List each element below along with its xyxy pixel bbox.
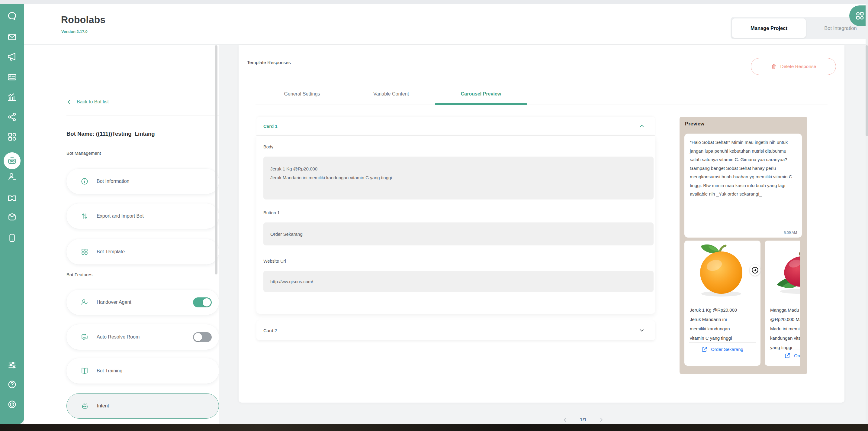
app-version: Version 2.17.0: [61, 29, 88, 34]
preview-message-bubble: *Halo Sobat Sehat!* Mimin mau ingetin ni…: [684, 134, 802, 237]
page-prev-icon[interactable]: [562, 416, 568, 423]
robolabs-app: Robolabs Version 2.17.0 Manage Project B…: [0, 0, 868, 431]
analytics-icon[interactable]: [7, 92, 17, 103]
chat-resolve-icon: [80, 333, 89, 341]
help-icon[interactable]: [7, 379, 17, 390]
tab-variable-content[interactable]: Variable Content: [363, 87, 420, 101]
orange-fruit-image: [684, 240, 761, 298]
body-field-value[interactable]: Jeruk 1 Kg @Rp20.000 Jeruk Mandarin ini …: [264, 156, 654, 200]
agent-check-icon: [80, 298, 89, 307]
apps-grid-icon: [855, 10, 865, 21]
app-rail: [0, 4, 24, 424]
sidebar-item-intent[interactable]: Intent: [66, 393, 219, 419]
back-link-label: Back to Bot list: [77, 99, 109, 105]
contact-card-icon[interactable]: [7, 72, 17, 82]
qiscus-logo-icon[interactable]: [7, 11, 17, 21]
sidebar-item-bot-training[interactable]: Bot Training: [66, 358, 219, 383]
order-sekarang-link[interactable]: Order Sekarang: [684, 346, 761, 352]
settings-sliders-icon[interactable]: [7, 360, 17, 370]
trash-icon: [771, 63, 777, 69]
import-export-icon: [80, 212, 89, 220]
mobile-icon[interactable]: [7, 233, 17, 243]
auto-resolve-toggle[interactable]: [193, 332, 212, 342]
page-scrollbar-thumb[interactable]: [866, 45, 868, 136]
active-tab-indicator: [435, 103, 527, 105]
website-url-field-value[interactable]: http://ww.qiscus.com/: [264, 271, 654, 292]
desktop-edge-strip: [0, 424, 868, 431]
carousel-next-button[interactable]: [750, 265, 761, 276]
sidebar-scrollbar[interactable]: [215, 45, 217, 275]
arrow-right-circle-icon: [751, 266, 759, 274]
bot-name-title: Bot Name: ((111))Testing_Lintang: [66, 131, 155, 137]
website-url-field-label: Website Url: [264, 259, 286, 263]
sidebar-item-label: Bot Template: [97, 249, 125, 255]
info-icon: [80, 177, 89, 185]
tabs-baseline: [255, 105, 828, 105]
button1-field-value[interactable]: Order Sekarang: [264, 223, 654, 246]
logout-power-icon[interactable]: [7, 399, 17, 409]
header-segmented-control: Manage Project Bot Integration: [731, 17, 868, 39]
agent-icon[interactable]: [7, 172, 17, 182]
card2-accordion-header[interactable]: Card 2: [256, 320, 655, 340]
order-sekarang-link[interactable]: Order Sekarang: [765, 353, 800, 358]
bot-sidebar: Back to Bot list Bot Name: ((111))Testin…: [24, 45, 219, 424]
sidebar-item-label: Bot Information: [97, 179, 130, 184]
delete-response-label: Delete Response: [780, 64, 816, 69]
external-link-icon: [702, 346, 707, 352]
sidebar-item-bot-template[interactable]: Bot Template: [66, 239, 219, 264]
section-bot-management: Bot Management: [66, 150, 101, 156]
top-header: Robolabs Version 2.17.0 Manage Project B…: [24, 4, 868, 45]
sidebar-item-label: Export and Import Bot: [97, 213, 144, 219]
ticket-icon[interactable]: [7, 193, 17, 203]
handover-agent-toggle[interactable]: [193, 297, 212, 307]
carousel-card-mango[interactable]: Mangga Madu 1 Kg @Rp20.000 Mangga Madu i…: [765, 240, 800, 366]
delete-response-button[interactable]: Delete Response: [751, 58, 836, 75]
workspace-apps-button[interactable]: [849, 5, 868, 26]
window-top-strip: [0, 0, 868, 4]
inbox-bag-icon[interactable]: [7, 212, 17, 222]
sidebar-item-label: Auto Resolve Room: [97, 334, 140, 340]
divider: [769, 349, 800, 349]
carousel-card-text: Jeruk 1 Kg @Rp20.000 Jeruk Mandarin ini …: [684, 298, 761, 343]
toggle-knob: [203, 298, 211, 307]
card1-title: Card 1: [264, 124, 278, 129]
page-indicator: 1/1: [580, 417, 587, 423]
sidebar-item-export-import[interactable]: Export and Import Bot: [66, 203, 219, 229]
sidebar-item-label: Handover Agent: [97, 299, 131, 305]
broadcast-icon[interactable]: [7, 51, 17, 62]
sidebar-item-label: Bot Training: [97, 368, 122, 374]
carousel-card-orange[interactable]: Jeruk 1 Kg @Rp20.000 Jeruk Mandarin ini …: [684, 240, 761, 366]
chevron-up-icon: [639, 123, 645, 129]
app-title: Robolabs: [61, 14, 105, 25]
body-field-label: Body: [264, 144, 273, 149]
card1-accordion-header[interactable]: Card 1: [256, 117, 655, 136]
integration-share-icon[interactable]: [7, 112, 17, 122]
apps-grid-icon[interactable]: [7, 132, 17, 142]
button1-field-label: Button 1: [264, 210, 280, 215]
page-next-icon[interactable]: [598, 416, 604, 423]
chevron-left-icon: [66, 99, 72, 105]
sidebar-item-label: Intent: [97, 403, 109, 409]
sidebar-item-handover-agent[interactable]: Handover Agent: [66, 290, 219, 315]
carousel-card-text: Mangga Madu 1 Kg @Rp20.000 Mangga Madu i…: [765, 298, 800, 352]
divider: [689, 342, 756, 343]
preview-message-text: *Halo Sobat Sehat!* Mimin mau ingetin ni…: [690, 138, 797, 199]
tab-carousel-preview[interactable]: Carousel Preview: [435, 87, 527, 101]
toggle-knob: [194, 333, 202, 341]
divider: [66, 115, 219, 115]
preview-title: Preview: [685, 121, 704, 127]
carousel-pagination: 1/1: [562, 416, 604, 423]
book-icon: [80, 367, 89, 375]
robot-face-icon: [81, 402, 89, 410]
tab-general-settings[interactable]: General Settings: [273, 87, 331, 101]
mail-icon[interactable]: [7, 32, 17, 42]
back-to-bot-list-link[interactable]: Back to Bot list: [66, 99, 109, 105]
preview-carousel: Jeruk 1 Kg @Rp20.000 Jeruk Mandarin ini …: [684, 240, 800, 369]
sidebar-item-auto-resolve[interactable]: Auto Resolve Room: [66, 324, 219, 350]
tab-manage-project[interactable]: Manage Project: [732, 19, 806, 38]
card2-title: Card 2: [264, 328, 277, 333]
chevron-down-icon: [639, 327, 645, 334]
mango-fruit-image: [765, 240, 800, 298]
robot-active-icon[interactable]: [4, 152, 21, 169]
sidebar-item-bot-information[interactable]: Bot Information: [66, 169, 219, 194]
